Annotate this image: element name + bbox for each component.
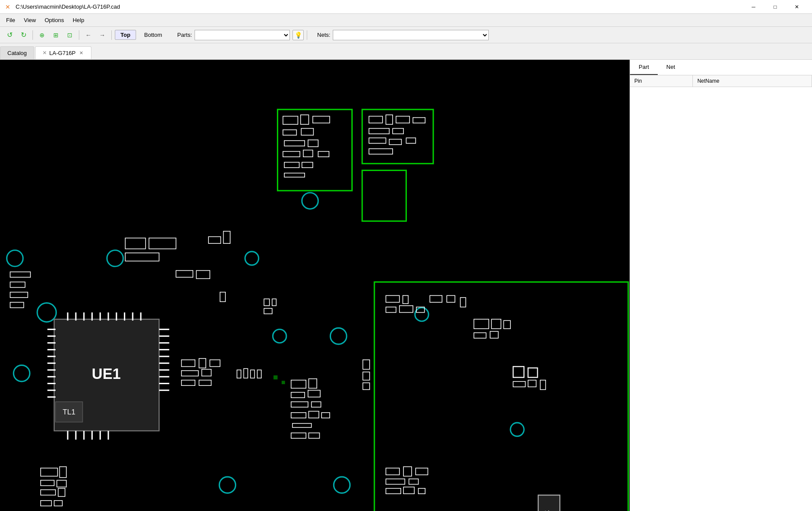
app-icon: ✕: [5, 3, 12, 10]
lightbulb-button[interactable]: 💡: [292, 30, 304, 40]
separator-3: [111, 30, 112, 40]
netname-column-header: NetName: [693, 75, 812, 87]
menu-options[interactable]: Options: [40, 15, 68, 25]
menu-help[interactable]: Help: [68, 15, 89, 25]
close-button[interactable]: ✕: [787, 0, 807, 14]
pin-netname-table: Pin NetName: [630, 75, 812, 87]
parts-label: Parts:: [177, 32, 192, 38]
forward-arrow-icon: →: [99, 32, 105, 39]
pin-column-header: Pin: [630, 75, 693, 87]
select-button[interactable]: ⊕: [36, 29, 48, 41]
right-table: Pin NetName: [630, 75, 812, 511]
reload-icon: ↻: [21, 31, 26, 39]
schematic-tab[interactable]: ✕ LA-G716P ✕: [35, 46, 91, 59]
menu-bar: File View Options Help: [0, 14, 812, 27]
forward-button[interactable]: →: [96, 29, 108, 41]
refresh-button[interactable]: ↺: [3, 29, 16, 41]
maximize-button[interactable]: □: [765, 0, 785, 14]
schematic-tab-icon: ✕: [42, 50, 47, 56]
back-button[interactable]: ←: [82, 29, 94, 41]
right-panel-tabs: Part Net: [630, 60, 812, 75]
title-bar-left: ✕ C:\Users\macmini\Desktop\LA-G716P.cad: [5, 3, 120, 10]
net-tab[interactable]: Net: [658, 60, 684, 75]
menu-file[interactable]: File: [2, 15, 19, 25]
nets-dropdown[interactable]: [333, 30, 489, 40]
grid-button[interactable]: ⊞: [50, 29, 62, 41]
bottom-view-button[interactable]: Bottom: [138, 30, 169, 40]
part-tab[interactable]: Part: [630, 60, 658, 75]
left-panel: UE1 TL1: [0, 60, 630, 511]
main-content: UE1 TL1: [0, 60, 812, 511]
catalog-tab[interactable]: Catalog: [0, 46, 34, 59]
separator-1: [32, 30, 33, 40]
select-icon: ⊕: [39, 32, 45, 39]
svg-rect-159: [273, 375, 277, 379]
pcb-svg: UE1 TL1: [0, 60, 630, 511]
schematic-tab-label: LA-G716P: [49, 50, 76, 56]
tab-close-button[interactable]: ✕: [78, 50, 84, 56]
top-view-button[interactable]: Top: [115, 30, 136, 40]
svg-text:TL1: TL1: [63, 408, 76, 416]
window-controls: ─ □ ✕: [744, 0, 807, 14]
separator-4: [307, 30, 307, 40]
separator-2: [79, 30, 79, 40]
svg-rect-0: [0, 62, 630, 508]
filter-icon: ⊡: [67, 32, 72, 39]
lightbulb-icon: 💡: [295, 32, 302, 39]
filter-button[interactable]: ⊡: [64, 29, 76, 41]
parts-dropdown[interactable]: [195, 30, 290, 40]
svg-rect-160: [282, 381, 285, 384]
toolbar: ↺ ↻ ⊕ ⊞ ⊡ ← → Top Bottom Parts: 💡 Nets:: [0, 27, 812, 43]
right-panel: Part Net Pin NetName: [630, 60, 812, 511]
parts-section: Parts: 💡: [177, 30, 304, 40]
title-bar: ✕ C:\Users\macmini\Desktop\LA-G716P.cad …: [0, 0, 812, 14]
nets-section: Nets:: [317, 30, 489, 40]
grid-icon: ⊞: [53, 32, 58, 39]
window-title: C:\Users\macmini\Desktop\LA-G716P.cad: [16, 3, 120, 10]
svg-text:UE1: UE1: [92, 365, 121, 382]
svg-rect-161: [538, 495, 560, 511]
pcb-canvas[interactable]: UE1 TL1: [0, 60, 630, 511]
menu-view[interactable]: View: [19, 15, 40, 25]
catalog-tab-label: Catalog: [7, 50, 27, 56]
nets-label: Nets:: [317, 32, 330, 38]
tab-bar: Catalog ✕ LA-G716P ✕: [0, 43, 812, 60]
refresh-icon: ↺: [7, 31, 13, 39]
minimize-button[interactable]: ─: [744, 0, 763, 14]
back-arrow-icon: ←: [85, 32, 91, 39]
reload-button[interactable]: ↻: [17, 29, 29, 41]
